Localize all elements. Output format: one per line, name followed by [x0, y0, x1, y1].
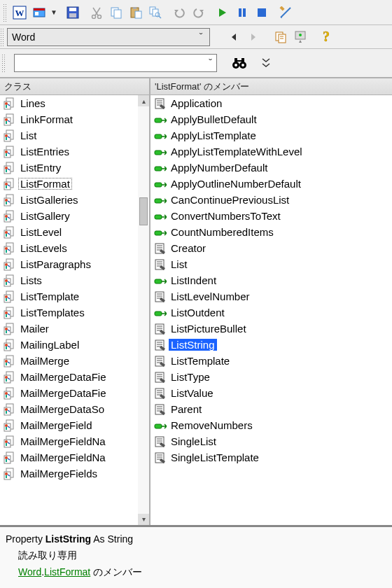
class-item[interactable]: ListTemplates [0, 304, 138, 321]
cut-icon[interactable] [88, 4, 106, 22]
class-item[interactable]: ListGallery [0, 208, 138, 224]
member-item[interactable]: CountNumberedItems [150, 224, 392, 240]
svg-point-99 [5, 344, 8, 346]
design-mode-icon[interactable] [276, 4, 295, 22]
member-item[interactable]: List [150, 256, 392, 272]
class-item[interactable]: MailMergeField [0, 417, 138, 433]
svg-rect-144 [155, 231, 162, 235]
class-item-label: ListFormat [18, 178, 72, 190]
member-item-label: ApplyOutlineNumberDefault [169, 178, 303, 190]
pause-icon[interactable] [233, 4, 251, 22]
help-icon[interactable]: ? [317, 28, 335, 46]
member-item-label: ListOutdent [169, 307, 227, 318]
class-item[interactable]: ListParagraphs [0, 256, 138, 272]
member-item[interactable]: Parent [150, 401, 392, 417]
scrollbar[interactable]: ▴ ▾ [138, 95, 149, 525]
member-item[interactable]: ListOutdent [150, 304, 392, 321]
svg-rect-19 [239, 8, 241, 17]
search-combo[interactable]: ˇ [14, 54, 217, 72]
member-item[interactable]: Application [150, 95, 392, 111]
details-lib-link[interactable]: Word [18, 566, 41, 578]
dropdown-caret-icon[interactable]: ▼ [49, 8, 59, 16]
stop-icon[interactable] [253, 4, 271, 22]
copy-icon[interactable] [107, 4, 125, 22]
scroll-up-icon[interactable]: ▴ [138, 95, 149, 106]
member-item[interactable]: ApplyListTemplateWithLevel [150, 144, 392, 160]
class-item[interactable]: List [0, 127, 138, 144]
class-item[interactable]: LinkFormat [0, 111, 138, 127]
binoculars-icon[interactable] [230, 54, 248, 72]
find-icon[interactable] [146, 4, 164, 22]
search-input[interactable] [15, 57, 204, 69]
class-item-label: MailMergeField [18, 419, 94, 431]
member-item[interactable]: ListValue [150, 385, 392, 401]
member-item[interactable]: ListString [150, 337, 392, 353]
svg-rect-76 [6, 250, 7, 253]
run-icon[interactable] [214, 4, 232, 22]
class-item[interactable]: MailMergeDataFie [0, 369, 138, 385]
member-item-label: SingleListTemplate [169, 451, 261, 463]
member-item[interactable]: ListTemplate [150, 353, 392, 369]
member-item[interactable]: ApplyNumberDefault [150, 160, 392, 176]
class-item[interactable]: ListGalleries [0, 192, 138, 208]
expand-chevrons-icon[interactable] [257, 54, 275, 72]
class-item[interactable]: MailMergeFieldNa [0, 449, 138, 465]
class-item[interactable]: MailMergeFields [0, 465, 138, 482]
class-item[interactable]: MailMergeDataFie [0, 385, 138, 401]
undo-icon[interactable] [170, 4, 188, 22]
scroll-down-icon[interactable]: ▾ [138, 514, 149, 525]
class-item[interactable]: Lines [0, 95, 138, 111]
library-combo-input[interactable] [12, 31, 197, 43]
member-item[interactable]: CanContinuePreviousList [150, 192, 392, 208]
scroll-thumb[interactable] [139, 197, 148, 225]
member-item[interactable]: SingleList [150, 433, 392, 449]
class-item[interactable]: MailMergeDataSo [0, 401, 138, 417]
member-item[interactable]: ListType [150, 369, 392, 385]
class-item[interactable]: ListLevel [0, 224, 138, 240]
save-icon[interactable] [64, 4, 82, 22]
class-item-label: MailMergeDataFie [18, 387, 108, 399]
class-item[interactable]: Lists [0, 272, 138, 288]
class-item[interactable]: MailMergeFieldNa [0, 433, 138, 449]
nav-back-icon[interactable] [225, 28, 243, 46]
chevron-down-icon[interactable]: ˇ [204, 57, 216, 69]
paste-icon[interactable] [127, 4, 145, 22]
member-item-label: ListType [169, 371, 212, 383]
class-item[interactable]: ListFormat [0, 176, 138, 192]
member-item[interactable]: ApplyOutlineNumberDefault [150, 176, 392, 192]
member-item[interactable]: ApplyBulletDefault [150, 111, 392, 127]
classes-list[interactable]: LinesLinkFormatListListEntriesListEntryL… [0, 95, 149, 525]
member-item[interactable]: SingleListTemplate [150, 449, 392, 465]
member-item[interactable]: RemoveNumbers [150, 417, 392, 433]
svg-rect-92 [6, 314, 7, 317]
member-item[interactable]: ListLevelNumber [150, 288, 392, 304]
class-icon [3, 274, 17, 287]
class-item[interactable]: ListLevels [0, 240, 138, 256]
view-vba-icon[interactable] [30, 4, 48, 22]
details-class-link[interactable]: ListFormat [44, 566, 90, 578]
members-list[interactable]: ApplicationApplyBulletDefaultApplyListTe… [150, 95, 392, 525]
member-item[interactable]: ListPictureBullet [150, 321, 392, 337]
member-item[interactable]: ConvertNumbersToText [150, 208, 392, 224]
member-item[interactable]: ApplyListTemplate [150, 127, 392, 144]
svg-rect-60 [6, 186, 7, 188]
class-item[interactable]: ListTemplate [0, 288, 138, 304]
class-item[interactable]: ListEntries [0, 144, 138, 160]
redo-icon[interactable] [190, 4, 208, 22]
chevron-down-icon[interactable]: ˇ [197, 31, 205, 43]
copy-clipboard-icon[interactable] [272, 28, 290, 46]
member-item[interactable]: Creator [150, 240, 392, 256]
library-combo[interactable]: ˇ [7, 28, 210, 46]
member-item[interactable]: ListIndent [150, 272, 392, 288]
view-definition-icon[interactable] [292, 28, 310, 46]
class-item-label: ListLevel [18, 226, 64, 238]
class-item[interactable]: Mailer [0, 321, 138, 337]
method-icon [153, 274, 167, 287]
classes-header: クラス [0, 78, 149, 95]
class-item[interactable]: MailingLabel [0, 337, 138, 353]
word-app-icon[interactable]: W [10, 4, 29, 22]
scroll-track[interactable] [138, 106, 149, 514]
class-icon [3, 113, 17, 126]
class-item[interactable]: ListEntry [0, 160, 138, 176]
class-item[interactable]: MailMerge [0, 353, 138, 369]
